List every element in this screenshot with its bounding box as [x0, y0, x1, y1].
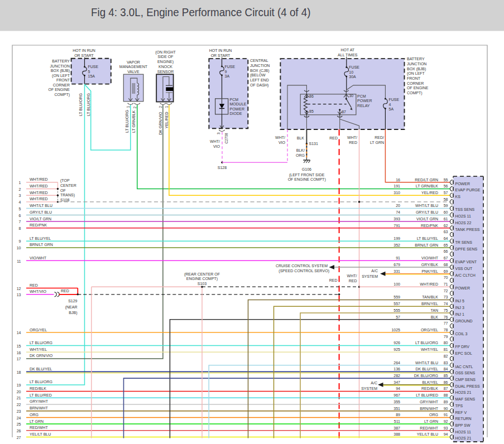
svg-text:791: 791 [393, 224, 400, 228]
svg-text:64: 64 [444, 237, 448, 240]
svg-text:9: 9 [225, 70, 227, 74]
svg-text:(NEAR: (NEAR [65, 305, 78, 310]
svg-text:ALL TIMES: ALL TIMES [338, 53, 358, 57]
svg-text:(ON RIGHT: (ON RIGHT [155, 50, 176, 55]
svg-text:TAN: TAN [431, 308, 438, 312]
svg-text:RED: RED [349, 279, 357, 283]
svg-text:ENGINE COMPT): ENGINE COMPT) [186, 277, 218, 281]
svg-text:POWER: POWER [455, 286, 470, 290]
svg-text:FUSE: FUSE [88, 65, 99, 69]
svg-text:4: 4 [389, 103, 391, 107]
svg-text:OF ENGINE: OF ENGINE [407, 86, 429, 90]
svg-text:310: 310 [393, 191, 400, 195]
svg-text:LT BLU/ORG: LT BLU/ORG [87, 93, 90, 116]
svg-text:87: 87 [444, 387, 448, 390]
svg-text:59: 59 [444, 204, 448, 207]
svg-text:557: 557 [393, 302, 400, 306]
svg-text:DK BLU/ORG: DK BLU/ORG [414, 374, 438, 378]
svg-text:HO2S 22: HO2S 22 [455, 221, 472, 225]
svg-text:352: 352 [393, 243, 400, 247]
svg-text:C2708: C2708 [224, 133, 228, 144]
svg-text:331: 331 [393, 269, 400, 273]
svg-text:DK GRN/VIO: DK GRN/VIO [159, 112, 162, 135]
svg-text:27: 27 [17, 436, 21, 440]
svg-text:CENTER: CENTER [60, 184, 76, 187]
svg-text:POWER: POWER [455, 182, 470, 186]
svg-text:66: 66 [444, 249, 448, 253]
svg-text:BJB): BJB) [69, 311, 77, 315]
svg-text:INJ 1: INJ 1 [455, 312, 464, 316]
svg-text:BRN/WHT: BRN/WHT [420, 407, 438, 411]
svg-text:70: 70 [444, 276, 448, 279]
svg-text:BLK/: BLK/ [296, 148, 305, 152]
svg-text:8: 8 [19, 226, 21, 230]
svg-text:VIO/LT GRN: VIO/LT GRN [30, 217, 51, 221]
svg-text:WHT/RED: WHT/RED [30, 177, 48, 181]
svg-text:68: 68 [444, 263, 448, 267]
svg-text:5A: 5A [389, 107, 394, 111]
svg-text:IAC CNTL: IAC CNTL [455, 365, 473, 369]
svg-text:ORG: ORG [429, 413, 438, 417]
svg-text:67: 67 [444, 256, 448, 260]
svg-text:YEL/RED: YEL/RED [421, 191, 438, 195]
svg-text:83: 83 [444, 361, 448, 365]
svg-text:CORNER: CORNER [407, 81, 424, 85]
svg-text:56: 56 [444, 184, 448, 188]
svg-text:RELAY: RELAY [357, 104, 370, 108]
svg-text:89: 89 [444, 400, 448, 404]
svg-text:GRY/WHT: GRY/WHT [420, 400, 439, 404]
svg-text:199: 199 [393, 237, 400, 240]
svg-text:82: 82 [444, 354, 448, 358]
svg-text:LT BLU/YEL: LT BLU/YEL [417, 237, 438, 240]
svg-text:VIO/WHT: VIO/WHT [421, 256, 439, 260]
svg-text:LT BLU/ORG: LT BLU/ORG [125, 110, 129, 133]
svg-text:TRANS): TRANS) [60, 193, 75, 197]
svg-text:347: 347 [393, 380, 400, 384]
svg-text:(LEFT FRONT SIDE: (LEFT FRONT SIDE [289, 173, 325, 177]
svg-text:6: 6 [19, 214, 21, 218]
svg-text:CENTRAL: CENTRAL [250, 59, 268, 62]
svg-text:RED: RED [30, 283, 38, 287]
svg-text:264: 264 [393, 361, 400, 365]
svg-text:PCM: PCM [357, 94, 366, 98]
svg-text:WHT/RED: WHT/RED [30, 191, 48, 195]
svg-text:1: 1 [19, 181, 21, 185]
svg-text:OR START: OR START [211, 54, 231, 57]
svg-text:GRY/LT BLU: GRY/LT BLU [416, 210, 438, 214]
svg-text:71: 71 [444, 282, 448, 286]
svg-text:LT BLU/RED: LT BLU/RED [416, 393, 438, 397]
svg-text:KS: KS [455, 195, 461, 199]
svg-text:76: 76 [444, 315, 448, 319]
svg-text:BATTERY: BATTERY [52, 59, 70, 63]
svg-text:OF ENGINE: OF ENGINE [48, 88, 70, 91]
svg-text:VAPOR: VAPOR [127, 60, 140, 64]
svg-text:INJ 5: INJ 5 [455, 299, 464, 303]
svg-text:78: 78 [444, 328, 448, 332]
svg-text:JUNCTION: JUNCTION [407, 62, 426, 66]
svg-text:(REAR CENTER OF: (REAR CENTER OF [184, 272, 220, 277]
svg-text:1: 1 [165, 106, 169, 108]
svg-text:LT BLU/ORG: LT BLU/ORG [30, 341, 52, 345]
svg-text:A/C: A/C [371, 269, 378, 273]
svg-text:14: 14 [17, 331, 21, 335]
svg-text:7: 7 [19, 220, 21, 224]
svg-text:77: 77 [444, 321, 448, 325]
svg-text:2: 2 [133, 107, 137, 109]
svg-text:62: 62 [444, 224, 448, 228]
svg-text:RED/: RED/ [375, 136, 384, 139]
svg-text:HO2S 21: HO2S 21 [455, 390, 472, 394]
svg-text:22: 22 [17, 403, 21, 407]
svg-text:30: 30 [349, 94, 353, 98]
svg-text:60: 60 [444, 210, 448, 214]
svg-text:74: 74 [396, 210, 400, 214]
svg-text:WHT/LT BLU: WHT/LT BLU [415, 361, 438, 365]
svg-text:POWER: POWER [230, 107, 244, 111]
svg-text:WHT/: WHT/ [347, 136, 357, 139]
svg-text:24: 24 [17, 416, 21, 420]
svg-text:DUAL PRESS: DUAL PRESS [455, 384, 480, 388]
svg-text:5: 5 [88, 70, 90, 74]
svg-text:RED/BLK: RED/BLK [30, 387, 46, 390]
svg-text:DK BLU/YEL: DK BLU/YEL [30, 367, 52, 371]
svg-text:HOT AT: HOT AT [340, 48, 354, 52]
svg-text:HOT IN RUN: HOT IN RUN [73, 49, 95, 52]
